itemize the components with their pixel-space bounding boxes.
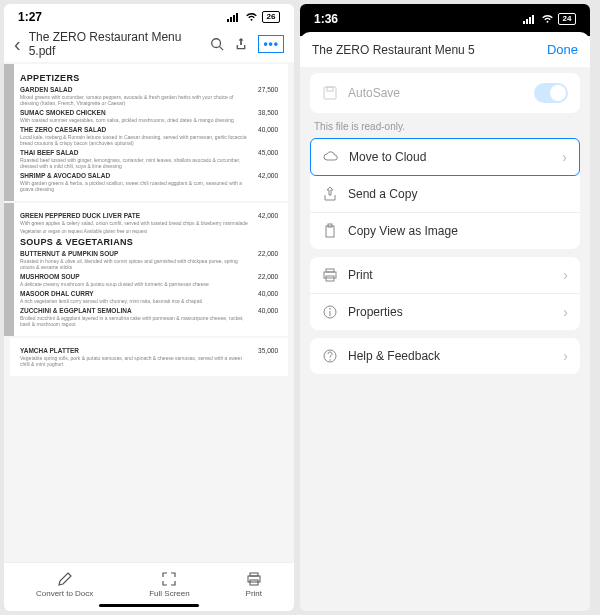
pencil-icon [57,571,73,587]
menu-item: ZUCCHINI & EGGPLANT SEMOLINABroiled zucc… [20,307,278,327]
signal-icon [523,14,537,24]
fullscreen-button[interactable]: Full Screen [149,571,189,598]
status-time: 1:27 [18,10,42,24]
svg-rect-6 [327,87,333,91]
more-button[interactable]: ••• [258,35,284,53]
menu-item: SUMAC SMOKED CHICKENWith roasted summer … [20,109,278,123]
status-indicators: 26 [227,11,280,23]
save-icon [322,85,338,101]
menu-item: MASOOR DHAL CURRYA rich vegetarian lenti… [20,290,278,304]
menu-item: MUSHROOM SOUPA delicate creamy mushroom … [20,273,278,287]
menu-note: Vegetarian or vegan on request Available… [20,229,278,234]
title-bar: ‹ The ZERO Restaurant Menu 5.pdf ••• [4,26,294,62]
move-to-cloud-row[interactable]: Move to Cloud › [310,138,580,176]
menu-item: YAMCHA PLATTERVegetable spring rolls, po… [20,347,278,367]
wifi-icon [245,12,258,22]
menu-item: GARDEN SALADMixed greens with cucumber, … [20,86,278,106]
properties-row[interactable]: Properties › [310,294,580,330]
sheet-header: The ZERO Restaurant Menu 5 Done [300,32,590,67]
autosave-row: AutoSave [310,73,580,113]
help-row[interactable]: Help & Feedback › [310,338,580,374]
menu-item: BUTTERNUT & PUMPKIN SOUPRoasted in honey… [20,250,278,270]
printer-icon [246,571,262,587]
search-icon[interactable] [210,37,224,51]
svg-point-14 [329,308,331,310]
print-button[interactable]: Print [246,571,262,598]
done-button[interactable]: Done [547,42,578,57]
section-heading: APPETIZERS [20,73,278,83]
chevron-right-icon: › [562,149,567,165]
svg-rect-5 [324,87,336,99]
menu-item: GREEN PEPPERED DUCK LIVER PATEWith green… [20,212,278,226]
help-icon [322,348,338,364]
sheet-body: AutoSave This file is read-only. Move to… [300,67,590,611]
menu-item: THAI BEEF SALADRoasted beef tossed with … [20,149,278,169]
status-bar: 1:27 26 [4,4,294,26]
file-menu-screen: 1:36 24 The ZERO Restaurant Menu 5 Done … [300,4,590,611]
info-icon [322,304,338,320]
signal-icon [227,12,241,22]
printer-icon [322,267,338,283]
back-button[interactable]: ‹ [14,33,21,56]
chevron-right-icon: › [563,304,568,320]
svg-point-16 [329,359,330,360]
document-title: The ZERO Restaurant Menu 5.pdf [29,30,203,58]
battery-icon: 24 [558,13,576,25]
wifi-icon [541,14,554,24]
readonly-label: This file is read-only. [310,121,580,138]
document-content[interactable]: APPETIZERS GARDEN SALADMixed greens with… [4,62,294,562]
status-time: 1:36 [314,12,338,26]
cloud-icon [323,149,339,165]
send-copy-row[interactable]: Send a Copy [310,176,580,213]
pdf-viewer-screen: 1:27 26 ‹ The ZERO Restaurant Menu 5.pdf… [4,4,294,611]
chevron-right-icon: › [563,267,568,283]
svg-line-1 [220,47,224,51]
convert-button[interactable]: Convert to Docx [36,571,93,598]
share-icon[interactable] [234,37,248,51]
section-heading: SOUPS & VEGETARIANS [20,237,278,247]
expand-icon [161,571,177,587]
bottom-toolbar: Convert to Docx Full Screen Print [4,562,294,602]
menu-item: SHRIMP & AVOCADO SALADWith garden greens… [20,172,278,192]
menu-item: THE ZERO CAESAR SALADLocal kale, iceberg… [20,126,278,146]
battery-icon: 26 [262,11,280,23]
svg-rect-7 [326,226,334,237]
share-icon [322,186,338,202]
sheet-title: The ZERO Restaurant Menu 5 [312,43,475,57]
autosave-toggle[interactable] [534,83,568,103]
home-indicator [99,604,199,607]
status-indicators: 24 [523,12,576,26]
print-row[interactable]: Print › [310,257,580,294]
chevron-right-icon: › [563,348,568,364]
copy-view-row[interactable]: Copy View as Image [310,213,580,249]
svg-point-0 [212,39,221,48]
clipboard-icon [322,223,338,239]
